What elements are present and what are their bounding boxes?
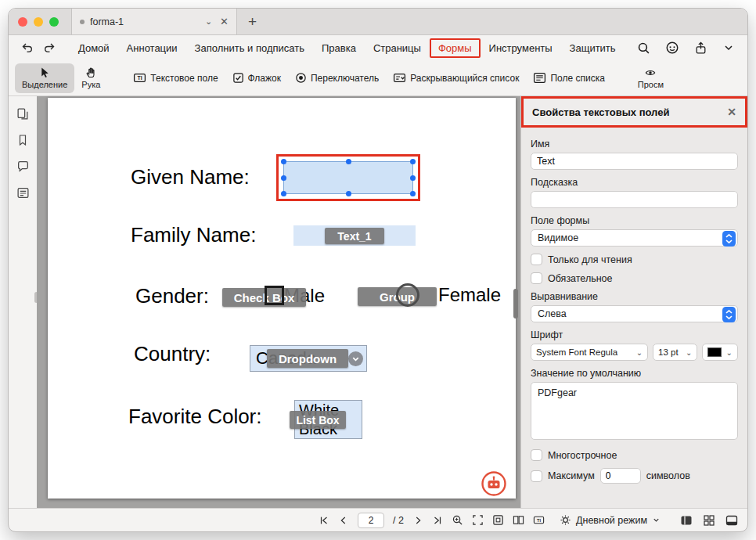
resize-handle[interactable] (281, 191, 286, 196)
multiline-checkbox[interactable] (531, 449, 542, 461)
left-panel-toggle-icon[interactable] (680, 514, 693, 527)
close-window-button[interactable] (18, 17, 27, 27)
cursor-icon (39, 67, 51, 78)
grid-view-icon[interactable] (703, 514, 715, 527)
share-icon[interactable] (694, 41, 707, 55)
font-size-select[interactable]: 13 pt ⌄ (653, 344, 697, 361)
font-color-select[interactable]: ⌄ (702, 344, 738, 361)
form-field-view-icon[interactable]: TI (533, 514, 545, 526)
max-chars-input[interactable] (600, 468, 641, 484)
font-name-select[interactable]: System Font Regula ⌄ (531, 344, 648, 361)
resize-handle[interactable] (346, 159, 351, 164)
actual-size-icon[interactable] (492, 514, 504, 526)
gender-radio-field[interactable] (396, 283, 419, 307)
max-chars-checkbox[interactable] (531, 470, 542, 482)
undo-button[interactable] (21, 41, 34, 54)
menu-item-pages[interactable]: Страницы (365, 41, 430, 56)
radio-icon (295, 72, 307, 84)
menu-item-protect[interactable]: Защитить (561, 41, 625, 56)
menu-item-edit[interactable]: Правка (313, 41, 365, 56)
bottom-panel-toggle-icon[interactable] (725, 514, 738, 527)
tool-label: Текстовое поле (150, 73, 218, 84)
menu-item-annotations[interactable]: Аннотации (118, 41, 186, 56)
zoom-icon[interactable] (452, 514, 463, 526)
minimize-window-button[interactable] (34, 17, 43, 27)
next-page-icon[interactable] (412, 515, 423, 526)
two-page-view-icon[interactable] (513, 514, 524, 526)
first-page-icon[interactable] (319, 515, 329, 526)
tool-preview[interactable]: Просм (631, 63, 671, 93)
tool-label: Раскрывающийся список (410, 73, 519, 84)
multiline-label: Многострочное (548, 450, 617, 461)
resize-handle[interactable] (410, 191, 416, 196)
chevron-down-icon: ⌄ (726, 348, 733, 357)
menu-item-home[interactable]: Домой (70, 41, 118, 56)
form-field-select[interactable]: Видимое (531, 229, 738, 247)
gender-checkbox-field[interactable] (265, 286, 284, 305)
chevron-down-icon[interactable] (722, 41, 735, 54)
selected-text-field[interactable] (283, 161, 413, 194)
given-name-label: Given Name: (131, 165, 250, 189)
annotation-red-frame-field (276, 154, 420, 201)
resize-handle[interactable] (281, 175, 286, 181)
zoom-window-button[interactable] (49, 17, 59, 27)
resize-handle[interactable] (410, 175, 416, 181)
tool-hand[interactable]: Рука (74, 63, 107, 93)
new-tab-button[interactable]: + (248, 14, 257, 29)
resize-handle[interactable] (410, 159, 416, 164)
hint-input[interactable] (531, 191, 738, 208)
page-thumbnails-icon[interactable] (16, 107, 30, 121)
canvas-scrollbar[interactable] (513, 289, 518, 319)
left-sidebar (9, 96, 37, 508)
tool-label: Переключатель (311, 73, 379, 84)
comments-icon[interactable] (16, 160, 30, 173)
required-checkbox[interactable] (531, 272, 542, 284)
titlebar: forma-1 ⌄ ✕ + (9, 9, 747, 35)
name-input[interactable] (531, 153, 738, 170)
form-fields-icon[interactable] (16, 186, 30, 200)
alignment-label: Выравнивание (531, 291, 738, 302)
page-number-input[interactable]: 2 (358, 513, 384, 528)
dropdown-arrow-icon[interactable] (348, 351, 363, 366)
bookmarks-icon[interactable] (16, 134, 29, 146)
resize-handle[interactable] (281, 159, 286, 164)
view-mode-selector[interactable]: Дневной режим (560, 514, 661, 526)
field-tag-text1: Text_1 (325, 228, 384, 244)
menubar: Домой Аннотации Заполнить и подписать Пр… (9, 35, 747, 60)
search-icon[interactable] (637, 41, 650, 55)
last-page-icon[interactable] (432, 515, 443, 526)
alignment-select[interactable]: Слева (531, 305, 738, 322)
ai-assistant-icon[interactable] (665, 41, 679, 55)
panel-close-icon[interactable]: ✕ (727, 106, 736, 118)
tool-text-field[interactable]: TI Текстовое поле (126, 63, 225, 93)
read-only-checkbox[interactable] (531, 254, 542, 265)
tool-label: Поле списка (550, 73, 604, 84)
chevron-down-icon: ⌄ (636, 348, 643, 357)
fit-page-icon[interactable] (472, 514, 484, 526)
tab-title: forma-1 (90, 16, 124, 27)
default-value-textarea[interactable]: PDFgear (531, 382, 738, 440)
tool-radio[interactable]: Переключатель (288, 63, 386, 93)
tool-dropdown[interactable]: Раскрывающийся список (386, 63, 526, 93)
view-mode-label: Дневной режим (576, 515, 647, 526)
resize-handle[interactable] (346, 191, 351, 196)
max-chars-label: Максимум (548, 470, 595, 481)
name-label: Имя (531, 139, 738, 149)
main-area: Given Name: Family Name: Text_ (9, 96, 747, 508)
tab-chevron-down-icon[interactable]: ⌄ (205, 16, 212, 27)
menu-item-tools[interactable]: Инструменты (481, 41, 561, 56)
tool-checkbox[interactable]: Флажок (225, 63, 288, 93)
pdfgear-assistant-button[interactable] (481, 470, 507, 497)
document-tab[interactable]: forma-1 ⌄ ✕ (71, 9, 237, 34)
family-name-label: Family Name: (131, 223, 256, 247)
tab-close-icon[interactable]: ✕ (220, 16, 229, 27)
forms-toolbar: Выделение Рука TI Текстовое поле Флажок … (9, 60, 747, 96)
redo-button[interactable] (43, 41, 56, 54)
tool-listbox[interactable]: Поле списка (526, 63, 611, 93)
field-tag-dropdown: Dropdown (267, 349, 348, 368)
menu-item-fill-sign[interactable]: Заполнить и подписать (186, 41, 313, 56)
tool-select[interactable]: Выделение (15, 63, 74, 93)
font-label: Шрифт (531, 329, 738, 340)
menu-item-forms[interactable]: Формы (430, 38, 481, 58)
previous-page-icon[interactable] (338, 515, 349, 526)
